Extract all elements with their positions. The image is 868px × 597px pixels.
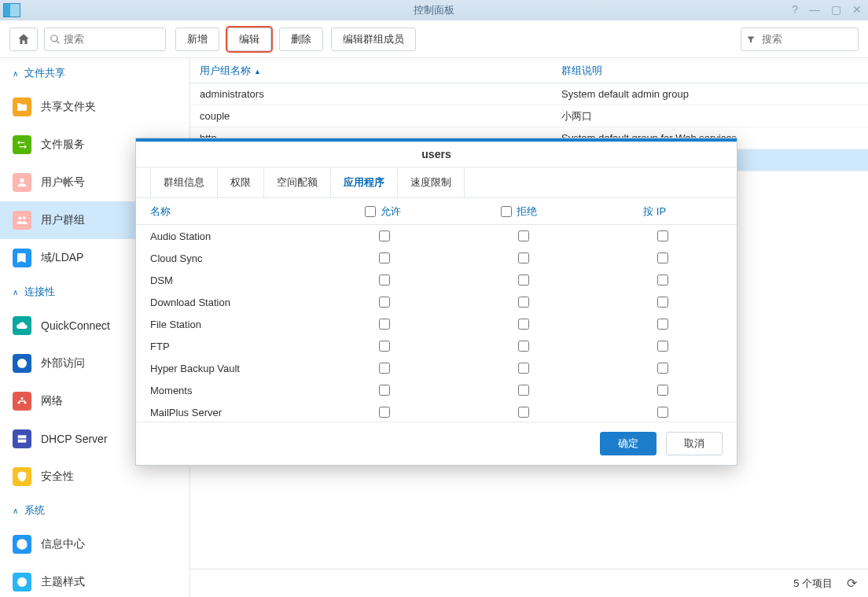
delete-button[interactable]: 删除: [279, 28, 323, 51]
allow-checkbox[interactable]: [379, 363, 390, 374]
svg-point-0: [17, 359, 27, 368]
filter-search[interactable]: [741, 28, 859, 51]
allow-checkbox[interactable]: [379, 252, 390, 263]
sort-asc-icon: ▲: [254, 68, 261, 76]
app-row: File Station: [150, 313, 732, 335]
user-icon: [13, 173, 31, 192]
maximize-icon[interactable]: ▢: [831, 3, 841, 16]
byip-checkbox[interactable]: [657, 363, 668, 374]
edit-button[interactable]: 编辑: [227, 28, 271, 51]
app-row: MailPlus Server: [150, 401, 732, 422]
app-row: Download Station: [150, 291, 732, 313]
deny-checkbox[interactable]: [518, 252, 529, 263]
allow-all-checkbox[interactable]: [365, 206, 376, 217]
col-by-ip[interactable]: 按 IP: [587, 205, 723, 219]
server-icon: [13, 429, 31, 448]
sidebar-search-input[interactable]: [61, 33, 155, 45]
byip-checkbox[interactable]: [657, 275, 668, 286]
app-row: DSM: [150, 269, 732, 291]
dialog-title: users: [136, 142, 737, 168]
globe-icon: [13, 354, 31, 373]
byip-checkbox[interactable]: [657, 341, 668, 352]
ok-button[interactable]: 确定: [600, 432, 657, 455]
allow-checkbox[interactable]: [379, 275, 390, 286]
deny-checkbox[interactable]: [518, 363, 529, 374]
app-row: Hyper Backup Vault: [150, 357, 732, 379]
col-allow[interactable]: 允许: [315, 205, 451, 219]
deny-checkbox[interactable]: [518, 297, 529, 308]
shield-icon: [13, 467, 31, 486]
deny-checkbox[interactable]: [518, 319, 529, 330]
col-group-desc[interactable]: 群组说明: [561, 64, 859, 78]
close-icon[interactable]: ✕: [852, 3, 862, 16]
svg-rect-1: [18, 435, 27, 438]
edit-group-dialog: users 群组信息 权限 空间配额 应用程序 速度限制 名称 允许 拒绝 按 …: [135, 138, 737, 466]
app-row: Cloud Sync: [150, 247, 732, 269]
svg-point-4: [17, 577, 27, 587]
sidebar-search[interactable]: [44, 28, 166, 51]
svg-point-3: [17, 539, 27, 549]
sidebar-item-info-center[interactable]: 信息中心: [0, 525, 189, 563]
byip-checkbox[interactable]: [657, 385, 668, 396]
allow-checkbox[interactable]: [379, 297, 390, 308]
allow-checkbox[interactable]: [379, 319, 390, 330]
cloud-icon: [13, 316, 31, 335]
svg-rect-2: [18, 440, 27, 443]
home-button[interactable]: [9, 28, 38, 51]
sidebar-item-shared-folder[interactable]: 共享文件夹: [0, 88, 189, 126]
app-list[interactable]: Audio StationCloud SyncDSMDownload Stati…: [136, 225, 737, 422]
add-button[interactable]: 新增: [175, 28, 219, 51]
refresh-icon[interactable]: ⟳: [847, 576, 857, 591]
info-icon: [13, 535, 31, 554]
window-title: 控制面板: [414, 3, 454, 17]
deny-checkbox[interactable]: [518, 275, 529, 286]
deny-checkbox[interactable]: [518, 341, 529, 352]
network-icon: [13, 392, 31, 411]
edit-members-button[interactable]: 编辑群组成员: [331, 28, 416, 51]
byip-checkbox[interactable]: [657, 252, 668, 263]
minimize-icon[interactable]: —: [809, 3, 820, 16]
dialog-tabs: 群组信息 权限 空间配额 应用程序 速度限制: [136, 168, 737, 198]
group-icon: [13, 211, 31, 230]
allow-checkbox[interactable]: [379, 407, 390, 418]
byip-checkbox[interactable]: [657, 407, 668, 418]
table-row[interactable]: couple小两口: [190, 105, 868, 127]
app-icon: [3, 3, 20, 17]
palette-icon: [13, 573, 31, 591]
filter-input[interactable]: [759, 33, 853, 45]
table-row[interactable]: administratorsSystem default admin group: [190, 83, 868, 105]
allow-checkbox[interactable]: [379, 385, 390, 396]
app-header: 名称 允许 拒绝 按 IP: [136, 198, 737, 225]
tab-applications[interactable]: 应用程序: [331, 168, 398, 197]
app-row: FTP: [150, 335, 732, 357]
tab-quota[interactable]: 空间配额: [264, 168, 331, 197]
col-deny[interactable]: 拒绝: [451, 205, 587, 219]
transfer-icon: [13, 135, 31, 154]
sidebar-item-theme[interactable]: 主题样式: [0, 563, 189, 597]
deny-checkbox[interactable]: [518, 230, 529, 241]
col-app-name[interactable]: 名称: [150, 205, 315, 219]
byip-checkbox[interactable]: [657, 297, 668, 308]
deny-all-checkbox[interactable]: [501, 206, 512, 217]
allow-checkbox[interactable]: [379, 230, 390, 241]
table-header: 用户组名称▲ 群组说明: [190, 58, 868, 83]
cancel-button[interactable]: 取消: [666, 432, 723, 455]
section-file-sharing[interactable]: ∧文件共享: [0, 58, 189, 88]
tab-permissions[interactable]: 权限: [218, 168, 264, 197]
tab-speed-limit[interactable]: 速度限制: [398, 168, 465, 197]
byip-checkbox[interactable]: [657, 230, 668, 241]
statusbar: 5 个项目 ⟳: [190, 569, 868, 597]
deny-checkbox[interactable]: [518, 407, 529, 418]
help-icon[interactable]: ?: [792, 3, 798, 16]
tab-group-info[interactable]: 群组信息: [150, 168, 218, 197]
app-row: Moments: [150, 379, 732, 401]
section-system[interactable]: ∧系统: [0, 496, 189, 525]
folder-icon: [13, 98, 31, 116]
toolbar: 新增 编辑 删除 编辑群组成员: [0, 20, 868, 58]
book-icon: [13, 249, 31, 267]
byip-checkbox[interactable]: [657, 319, 668, 330]
deny-checkbox[interactable]: [518, 385, 529, 396]
allow-checkbox[interactable]: [379, 341, 390, 352]
col-group-name[interactable]: 用户组名称▲: [200, 64, 561, 78]
app-row: Audio Station: [150, 225, 732, 247]
